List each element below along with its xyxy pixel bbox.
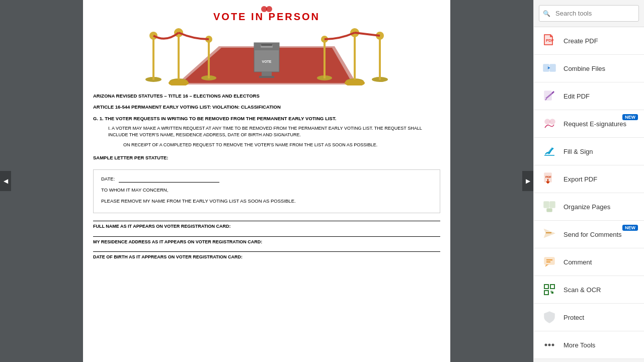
pdf-body: ARIZONA REVISED STATUTES – TITLE 16 – EL… — [93, 93, 440, 261]
tool-label-scan-ocr: Scan & OCR — [564, 286, 601, 294]
svg-rect-3 — [178, 35, 180, 82]
nav-arrow-left[interactable]: ◀ — [0, 171, 11, 191]
svg-rect-27 — [262, 72, 272, 76]
dob-label: DATE OF BIRTH AS IT APPREARS ON VOTER RE… — [93, 254, 440, 261]
svg-rect-44 — [550, 202, 555, 208]
tool-item-protect[interactable]: Protect — [534, 304, 644, 331]
tool-label-combine-files: Combine Files — [564, 65, 605, 72]
whom-text: TO WHOM IT MAY CONCERN, — [101, 187, 432, 194]
pdf-page: VOTE VOTE IN PERSON ARIZONA REVISED STAT… — [83, 0, 450, 362]
article-title: ARTICLE 16-544 PERMANENT EARLY VOTING LI… — [93, 104, 440, 111]
export-pdf-icon: PDF — [541, 171, 557, 187]
svg-rect-17 — [324, 41, 326, 78]
tool-item-create-pdf[interactable]: PDFCreate PDF — [534, 27, 644, 55]
date-underline — [119, 175, 219, 183]
tool-item-scan-ocr[interactable]: Scan & OCR — [534, 276, 644, 304]
tool-item-more-tools[interactable]: More Tools — [534, 331, 644, 359]
svg-rect-50 — [544, 285, 548, 289]
search-tools-input[interactable] — [539, 5, 639, 22]
edit-pdf-icon — [541, 88, 557, 104]
svg-rect-52 — [544, 291, 548, 295]
tools-list: PDFCreate PDFCombine FilesEdit PDFReques… — [534, 27, 644, 359]
nav-arrow-right-pdf[interactable]: ▶ — [522, 171, 533, 191]
tool-item-request-esignatures[interactable]: Request E-signaturesNEW — [534, 110, 644, 138]
tool-item-fill-sign[interactable]: Fill & Sign — [534, 138, 644, 165]
svg-point-55 — [545, 344, 547, 346]
tool-item-export-pdf[interactable]: PDFExport PDF — [534, 165, 644, 193]
tool-label-send-for-comments: Send for Comments — [564, 231, 622, 238]
tools-panel: PDFCreate PDFCombine FilesEdit PDFReques… — [533, 0, 644, 362]
request-esign-icon — [541, 116, 557, 132]
svg-rect-35 — [550, 64, 555, 71]
residence-label: MY RESIDENCE ADDRESS AS IT APPEARS ON VO… — [93, 239, 440, 246]
svg-rect-51 — [550, 285, 554, 289]
full-name-label: FULL NAME AS IT APPEARS ON VOTER REGISTR… — [93, 223, 440, 230]
comment-icon — [541, 254, 557, 270]
svg-point-31 — [266, 6, 272, 12]
tool-label-organize-pages: Organize Pages — [564, 203, 610, 211]
combine-files-icon — [541, 60, 557, 76]
svg-text:PDF: PDF — [545, 175, 551, 178]
new-badge-request-esignatures: NEW — [622, 114, 638, 120]
section-title-1: ARIZONA REVISED STATUTES – TITLE 16 – EL… — [93, 93, 440, 100]
send-comments-icon — [541, 226, 557, 242]
svg-rect-20 — [379, 38, 381, 80]
pdf-viewer: ◀ — [0, 0, 533, 362]
svg-rect-34 — [543, 64, 549, 71]
sample-label: SAMPLE LETTER PER STATUTE: — [93, 154, 440, 161]
tool-label-create-pdf: Create PDF — [564, 37, 598, 45]
svg-point-57 — [552, 344, 554, 346]
svg-rect-43 — [544, 202, 549, 208]
svg-text:VOTE: VOTE — [262, 60, 271, 63]
search-input-wrapper — [539, 5, 639, 22]
date-label: DATE: — [101, 176, 115, 182]
tool-label-request-esignatures: Request E-signatures — [564, 120, 626, 128]
tool-item-edit-pdf[interactable]: Edit PDF — [534, 82, 644, 110]
new-badge-send-for-comments: NEW — [622, 225, 638, 231]
svg-rect-13 — [354, 35, 356, 82]
more-tools-icon — [541, 337, 557, 353]
pdf-content-area: ◀ — [0, 0, 533, 362]
para-g: G. 1. THE VOTER REQUESTS IN WRITING TO B… — [93, 115, 440, 122]
create-pdf-icon: PDF — [541, 33, 557, 49]
search-tools-bar — [534, 0, 644, 27]
stanchion-scene-svg: VOTE VOTE IN PERSON — [121, 5, 413, 85]
letter-form: DATE: TO WHOM IT MAY CONCERN, PLEASE REM… — [93, 169, 440, 214]
please-text: PLEASE REMOVE MY NAME FROM THE EARLY VOT… — [101, 198, 432, 205]
svg-rect-25 — [261, 44, 272, 46]
tool-item-send-for-comments[interactable]: Send for CommentsNEW — [534, 221, 644, 248]
svg-rect-10 — [152, 38, 154, 80]
fill-sign-icon — [541, 143, 557, 159]
dob-line — [93, 251, 440, 252]
address-line — [93, 236, 440, 237]
tool-item-combine-files[interactable]: Combine Files — [534, 55, 644, 82]
tool-label-edit-pdf: Edit PDF — [564, 93, 590, 100]
svg-rect-54 — [550, 291, 552, 293]
svg-point-38 — [545, 119, 550, 124]
svg-text:VOTE IN PERSON: VOTE IN PERSON — [213, 11, 320, 22]
signature-area: FULL NAME AS IT APPEARS ON VOTER REGISTR… — [93, 221, 440, 261]
svg-rect-47 — [544, 257, 554, 264]
tool-item-comment[interactable]: Comment — [534, 248, 644, 276]
organize-pages-icon — [541, 199, 557, 215]
date-field: DATE: — [101, 175, 432, 183]
tool-label-protect: Protect — [564, 314, 584, 321]
tool-label-export-pdf: Export PDF — [564, 175, 597, 183]
pdf-header-image: VOTE VOTE IN PERSON — [93, 5, 440, 87]
svg-text:PDF: PDF — [546, 38, 554, 43]
tool-label-fill-sign: Fill & Sign — [564, 148, 593, 155]
svg-rect-45 — [547, 209, 552, 212]
tool-item-organize-pages[interactable]: Organize Pages — [534, 193, 644, 221]
svg-rect-28 — [259, 76, 274, 78]
protect-icon — [541, 309, 557, 325]
svg-point-56 — [548, 344, 551, 346]
svg-point-39 — [550, 119, 555, 124]
svg-rect-7 — [208, 41, 210, 78]
para-receipt: ON RECEIPT OF A COMPLETED REQUEST TO REM… — [123, 142, 440, 149]
para-i: I. A VOTER MAY MAKE A WRITTEN REQUEST AT… — [108, 125, 440, 139]
tool-label-more-tools: More Tools — [564, 341, 595, 349]
tool-label-comment: Comment — [564, 258, 592, 266]
scan-ocr-icon — [541, 282, 557, 298]
name-line — [93, 221, 440, 221]
